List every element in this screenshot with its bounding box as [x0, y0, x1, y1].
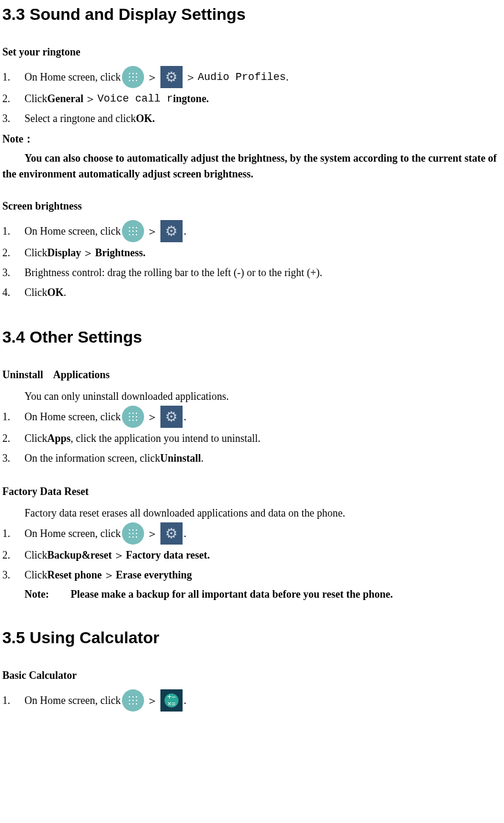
- section-3-5-title: 3.5 Using Calculator: [2, 626, 502, 650]
- step-text: Voice call r: [97, 89, 173, 108]
- ringtone-step-1: 1. On Home screen, click ＞ ＞ Audio Profi…: [2, 66, 502, 88]
- brightness-step-2: 2. Click Display ＞ Brightness.: [2, 243, 502, 262]
- section-3-3-title: 3.3 Sound and Display Settings: [2, 2, 502, 27]
- apps-icon: [122, 406, 144, 428]
- step-text: On Home screen, click: [24, 407, 121, 426]
- list-number: 2.: [2, 89, 24, 108]
- list-number: 2.: [2, 546, 24, 564]
- step-text: On Home screen, click: [24, 691, 121, 710]
- step-text: Click: [24, 243, 47, 262]
- chevron-right-icon: ＞: [146, 407, 158, 426]
- section-3-4-title: 3.4 Other Settings: [2, 325, 502, 350]
- reset-note: Note: Please make a backup for all impor…: [24, 587, 502, 602]
- note-label: Note：: [2, 133, 34, 145]
- step-text: Factory data reset.: [126, 546, 210, 564]
- step-text: On Home screen, click: [24, 222, 121, 240]
- apps-icon: [122, 66, 144, 88]
- step-text: On Home screen, click: [24, 524, 121, 543]
- ringtone-step-2: 2. Click General ＞ Voice call r ingtone.: [2, 89, 502, 108]
- step-text: ingtone.: [173, 89, 209, 108]
- step-text: .: [201, 449, 204, 468]
- uninstall-step-2: 2. Click Apps , click the application yo…: [2, 429, 502, 448]
- apps-icon: [122, 220, 144, 242]
- calc-step-1: 1. On Home screen, click ＞ +−×= .: [2, 689, 502, 712]
- step-text: OK.: [136, 109, 155, 128]
- step-text: OK: [47, 283, 64, 302]
- settings-icon: [160, 66, 183, 88]
- step-text: Apps: [47, 429, 71, 448]
- note-body: Please make a backup for all important d…: [71, 588, 393, 600]
- chevron-right-icon: ＞: [82, 243, 94, 262]
- set-ringtone-head: Set your ringtone: [2, 44, 502, 60]
- settings-icon: [160, 522, 183, 545]
- factory-reset-intro: Factory data reset erases all downloaded…: [24, 505, 502, 521]
- chevron-right-icon: ＞: [85, 89, 96, 108]
- list-number: 1.: [2, 68, 24, 86]
- chevron-right-icon: ＞: [103, 566, 115, 584]
- uninstall-head: Uninstall Applications: [2, 367, 502, 383]
- chevron-right-icon: ＞: [146, 222, 158, 240]
- step-text: Backup&reset: [47, 546, 112, 564]
- chevron-right-icon: ＞: [146, 691, 158, 710]
- step-text: Display: [47, 243, 81, 262]
- list-number: 1.: [2, 524, 24, 543]
- brightness-step-3: 3. Brightness control: drag the rolling …: [2, 263, 502, 282]
- step-text: Reset phone: [47, 566, 102, 584]
- step-text: Click: [24, 566, 47, 584]
- settings-icon: [160, 406, 183, 428]
- step-text: Audio Profiles: [198, 68, 286, 86]
- note-label: Note:: [24, 588, 49, 600]
- reset-step-3: 3. Click Reset phone ＞ Erase everything: [2, 566, 502, 584]
- list-number: 2.: [2, 429, 24, 448]
- step-text: .: [184, 222, 187, 240]
- step-text: Brightness control: drag the rolling bar…: [24, 263, 323, 282]
- uninstall-step-3: 3. On the information screen, click Unin…: [2, 449, 502, 468]
- factory-reset-head: Factory Data Reset: [2, 484, 502, 500]
- step-text: Click: [24, 546, 47, 564]
- step-text: Erase everything: [116, 566, 192, 584]
- step-text: Click: [24, 89, 47, 108]
- step-text: Select a ringtone and click: [24, 109, 136, 128]
- list-number: 3.: [2, 263, 24, 282]
- chevron-right-icon: ＞: [185, 68, 197, 86]
- list-number: 1.: [2, 407, 24, 426]
- step-text: Brightness.: [95, 243, 146, 262]
- list-number: 4.: [2, 283, 24, 302]
- apps-icon: [122, 689, 144, 712]
- list-number: 3.: [2, 109, 24, 128]
- list-number: 3.: [2, 449, 24, 468]
- step-text: Click: [24, 429, 47, 448]
- basic-calc-head: Basic Calculator: [2, 668, 502, 683]
- list-number: 3.: [2, 566, 24, 584]
- step-text: , click the application you intend to un…: [71, 429, 260, 448]
- apps-icon: [122, 522, 144, 545]
- note-body: You can also choose to automatically adj…: [2, 151, 502, 182]
- chevron-right-icon: ＞: [146, 68, 158, 86]
- step-text: .: [184, 407, 187, 426]
- ringtone-step-3: 3. Select a ringtone and click OK.: [2, 109, 502, 128]
- step-text: .: [286, 68, 289, 86]
- brightness-step-1: 1. On Home screen, click ＞ .: [2, 220, 502, 242]
- screen-brightness-head: Screen brightness: [2, 198, 502, 214]
- step-text: .: [64, 283, 66, 302]
- chevron-right-icon: ＞: [113, 546, 125, 564]
- list-number: 2.: [2, 243, 24, 262]
- step-text: On Home screen, click: [24, 68, 121, 86]
- uninstall-step-1: 1. On Home screen, click ＞ .: [2, 406, 502, 428]
- chevron-right-icon: ＞: [146, 524, 158, 543]
- calculator-icon: +−×=: [160, 689, 183, 712]
- reset-step-1: 1. On Home screen, click ＞ .: [2, 522, 502, 545]
- step-text: .: [184, 524, 187, 543]
- list-number: 1.: [2, 691, 24, 710]
- reset-step-2: 2. Click Backup&reset ＞ Factory data res…: [2, 546, 502, 564]
- step-text: General: [47, 89, 83, 108]
- step-text: .: [184, 691, 187, 710]
- step-text: On the information screen, click: [24, 449, 160, 468]
- list-number: 1.: [2, 222, 24, 240]
- settings-icon: [160, 220, 183, 242]
- note-block: Note：: [2, 131, 502, 147]
- step-text: Click: [24, 283, 47, 302]
- uninstall-intro: You can only uninstall downloaded applic…: [24, 389, 502, 404]
- brightness-step-4: 4. Click OK .: [2, 283, 502, 302]
- step-text: Uninstall: [160, 449, 201, 468]
